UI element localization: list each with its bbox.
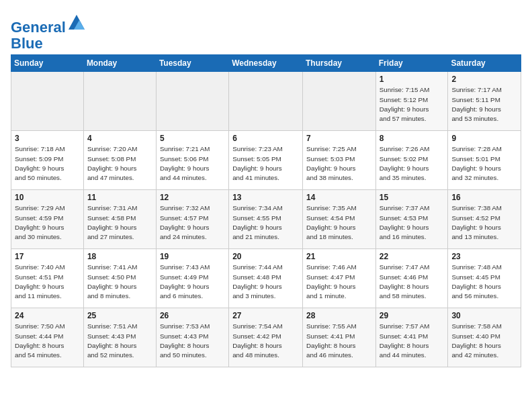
calendar-cell: 13Sunrise: 7:34 AMSunset: 4:55 PMDayligh…	[229, 190, 303, 249]
calendar-week-5: 24Sunrise: 7:50 AMSunset: 4:44 PMDayligh…	[11, 308, 521, 367]
day-info: Sunrise: 7:55 AMSunset: 4:41 PMDaylight:…	[306, 322, 372, 360]
day-number: 7	[306, 134, 372, 143]
day-info: Sunrise: 7:31 AMSunset: 4:58 PMDaylight:…	[87, 203, 152, 242]
calendar-cell	[303, 72, 376, 131]
day-info: Sunrise: 7:50 AMSunset: 4:44 PMDaylight:…	[15, 322, 80, 360]
calendar-cell: 29Sunrise: 7:57 AMSunset: 4:41 PMDayligh…	[375, 308, 448, 367]
calendar-cell: 21Sunrise: 7:46 AMSunset: 4:47 PMDayligh…	[303, 249, 376, 308]
logo-general: General	[11, 19, 66, 36]
day-info: Sunrise: 7:38 AMSunset: 4:52 PMDaylight:…	[451, 203, 517, 242]
day-number: 9	[451, 134, 517, 143]
day-info: Sunrise: 7:58 AMSunset: 4:40 PMDaylight:…	[451, 322, 517, 360]
calendar-week-4: 17Sunrise: 7:40 AMSunset: 4:51 PMDayligh…	[11, 249, 521, 308]
calendar-cell	[229, 72, 303, 131]
weekday-header-monday: Monday	[83, 55, 156, 72]
day-info: Sunrise: 7:40 AMSunset: 4:51 PMDaylight:…	[15, 263, 80, 301]
day-info: Sunrise: 7:51 AMSunset: 4:43 PMDaylight:…	[87, 322, 152, 360]
day-info: Sunrise: 7:37 AMSunset: 4:53 PMDaylight:…	[380, 203, 445, 242]
day-number: 18	[87, 252, 152, 261]
day-info: Sunrise: 7:15 AMSunset: 5:12 PMDaylight:…	[380, 85, 445, 124]
day-number: 1	[380, 75, 445, 84]
day-info: Sunrise: 7:29 AMSunset: 4:59 PMDaylight:…	[15, 203, 80, 242]
day-number: 25	[87, 311, 152, 320]
calendar-cell: 18Sunrise: 7:41 AMSunset: 4:50 PMDayligh…	[83, 249, 156, 308]
calendar-cell: 27Sunrise: 7:54 AMSunset: 4:42 PMDayligh…	[229, 308, 303, 367]
day-number: 28	[306, 311, 372, 320]
day-number: 23	[451, 252, 517, 261]
day-info: Sunrise: 7:28 AMSunset: 5:01 PMDaylight:…	[451, 144, 517, 183]
day-info: Sunrise: 7:23 AMSunset: 5:05 PMDaylight:…	[232, 144, 299, 183]
day-info: Sunrise: 7:47 AMSunset: 4:46 PMDaylight:…	[380, 263, 445, 301]
page-header: General Blue	[11, 11, 521, 52]
calendar-cell: 2Sunrise: 7:17 AMSunset: 5:11 PMDaylight…	[448, 72, 521, 131]
calendar-week-2: 3Sunrise: 7:18 AMSunset: 5:09 PMDaylight…	[11, 131, 521, 190]
page-container: General Blue SundayMondayTuesdayWednesda…	[0, 0, 532, 373]
day-info: Sunrise: 7:41 AMSunset: 4:50 PMDaylight:…	[87, 263, 152, 301]
day-number: 20	[232, 252, 299, 261]
day-number: 13	[232, 193, 299, 202]
calendar-cell: 23Sunrise: 7:48 AMSunset: 4:45 PMDayligh…	[448, 249, 521, 308]
day-info: Sunrise: 7:32 AMSunset: 4:57 PMDaylight:…	[160, 203, 225, 242]
calendar-cell: 6Sunrise: 7:23 AMSunset: 5:05 PMDaylight…	[229, 131, 303, 190]
calendar-cell: 7Sunrise: 7:25 AMSunset: 5:03 PMDaylight…	[303, 131, 376, 190]
day-info: Sunrise: 7:26 AMSunset: 5:02 PMDaylight:…	[380, 144, 445, 183]
calendar-cell: 3Sunrise: 7:18 AMSunset: 5:09 PMDaylight…	[11, 131, 84, 190]
weekday-header-saturday: Saturday	[448, 55, 521, 72]
calendar-cell	[83, 72, 156, 131]
calendar-header-row: SundayMondayTuesdayWednesdayThursdayFrid…	[11, 55, 521, 72]
day-number: 19	[160, 252, 225, 261]
calendar-week-1: 1Sunrise: 7:15 AMSunset: 5:12 PMDaylight…	[11, 72, 521, 131]
day-number: 10	[15, 193, 80, 202]
weekday-header-wednesday: Wednesday	[229, 55, 303, 72]
day-info: Sunrise: 7:17 AMSunset: 5:11 PMDaylight:…	[451, 85, 517, 124]
day-info: Sunrise: 7:25 AMSunset: 5:03 PMDaylight:…	[306, 144, 372, 183]
day-info: Sunrise: 7:35 AMSunset: 4:54 PMDaylight:…	[306, 203, 372, 242]
calendar-cell: 12Sunrise: 7:32 AMSunset: 4:57 PMDayligh…	[156, 190, 228, 249]
day-number: 12	[160, 193, 225, 202]
calendar-cell: 10Sunrise: 7:29 AMSunset: 4:59 PMDayligh…	[11, 190, 84, 249]
weekday-header-tuesday: Tuesday	[156, 55, 228, 72]
day-number: 2	[451, 75, 517, 84]
calendar-table: SundayMondayTuesdayWednesdayThursdayFrid…	[11, 54, 521, 367]
day-number: 21	[306, 252, 372, 261]
day-info: Sunrise: 7:43 AMSunset: 4:49 PMDaylight:…	[160, 263, 225, 301]
day-number: 24	[15, 311, 80, 320]
calendar-cell: 8Sunrise: 7:26 AMSunset: 5:02 PMDaylight…	[375, 131, 448, 190]
day-number: 4	[87, 134, 152, 143]
day-number: 5	[160, 134, 225, 143]
day-info: Sunrise: 7:46 AMSunset: 4:47 PMDaylight:…	[306, 263, 372, 301]
calendar-cell: 22Sunrise: 7:47 AMSunset: 4:46 PMDayligh…	[375, 249, 448, 308]
calendar-cell	[11, 72, 84, 131]
calendar-cell: 19Sunrise: 7:43 AMSunset: 4:49 PMDayligh…	[156, 249, 228, 308]
day-number: 6	[232, 134, 299, 143]
calendar-cell: 9Sunrise: 7:28 AMSunset: 5:01 PMDaylight…	[448, 131, 521, 190]
day-info: Sunrise: 7:57 AMSunset: 4:41 PMDaylight:…	[380, 322, 445, 360]
weekday-header-friday: Friday	[375, 55, 448, 72]
day-info: Sunrise: 7:54 AMSunset: 4:42 PMDaylight:…	[232, 322, 299, 360]
calendar-cell: 28Sunrise: 7:55 AMSunset: 4:41 PMDayligh…	[303, 308, 376, 367]
day-info: Sunrise: 7:48 AMSunset: 4:45 PMDaylight:…	[451, 263, 517, 301]
day-number: 15	[380, 193, 445, 202]
day-number: 29	[380, 311, 445, 320]
logo-blue: Blue	[11, 36, 86, 52]
day-number: 14	[306, 193, 372, 202]
calendar-cell: 16Sunrise: 7:38 AMSunset: 4:52 PMDayligh…	[448, 190, 521, 249]
calendar-cell: 24Sunrise: 7:50 AMSunset: 4:44 PMDayligh…	[11, 308, 84, 367]
day-number: 3	[15, 134, 80, 143]
calendar-cell: 4Sunrise: 7:20 AMSunset: 5:08 PMDaylight…	[83, 131, 156, 190]
logo-icon	[67, 13, 86, 32]
day-info: Sunrise: 7:34 AMSunset: 4:55 PMDaylight:…	[232, 203, 299, 242]
day-number: 8	[380, 134, 445, 143]
calendar-cell	[156, 72, 228, 131]
weekday-header-sunday: Sunday	[11, 55, 84, 72]
day-number: 22	[380, 252, 445, 261]
day-number: 17	[15, 252, 80, 261]
calendar-cell: 17Sunrise: 7:40 AMSunset: 4:51 PMDayligh…	[11, 249, 84, 308]
calendar-cell: 26Sunrise: 7:53 AMSunset: 4:43 PMDayligh…	[156, 308, 228, 367]
calendar-week-3: 10Sunrise: 7:29 AMSunset: 4:59 PMDayligh…	[11, 190, 521, 249]
calendar-cell: 25Sunrise: 7:51 AMSunset: 4:43 PMDayligh…	[83, 308, 156, 367]
day-info: Sunrise: 7:44 AMSunset: 4:48 PMDaylight:…	[232, 263, 299, 301]
logo-text: General	[11, 13, 86, 36]
weekday-header-thursday: Thursday	[303, 55, 376, 72]
logo: General Blue	[11, 13, 86, 52]
